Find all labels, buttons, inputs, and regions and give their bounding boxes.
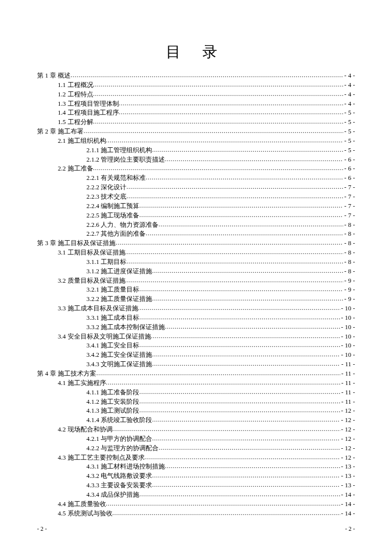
toc-entry-page: - 6 - xyxy=(343,155,355,165)
toc-entry-page: - 5 - xyxy=(343,146,355,155)
toc-leader-dots xyxy=(152,434,340,441)
toc-entry-label: 3.4 安全目标及文明施工保证措施 xyxy=(58,332,151,342)
toc-leader-dots xyxy=(119,108,344,115)
toc-leader-dots xyxy=(139,388,340,394)
toc-entry-label: 1.2 工程特点 xyxy=(58,90,93,99)
toc-entry-label: 4.2 现场配合和协调 xyxy=(58,425,113,434)
toc-leader-dots xyxy=(113,509,340,515)
toc-entry: 3.4.1 施工安全目标- 10 - xyxy=(37,341,355,350)
toc-entry-page: - 6 - xyxy=(343,173,355,183)
toc-entry-label: 4.3.1 施工材料进场控制措施 xyxy=(86,462,165,471)
toc-entry-label: 4.2.2 与监理方的协调配合 xyxy=(86,444,158,453)
toc-leader-dots xyxy=(126,257,343,264)
toc-entry-page: - 10 - xyxy=(340,323,355,332)
toc-entry-page: - 5 - xyxy=(343,108,355,118)
toc-leader-dots xyxy=(152,267,343,273)
toc-entry-page: - 9 - xyxy=(343,276,355,286)
toc-leader-dots xyxy=(146,229,343,236)
toc-entry-page: - 7 - xyxy=(343,183,355,192)
toc-entry: 2.2.4 编制施工预算- 7 - xyxy=(37,202,355,211)
toc-entry-page: - 7 - xyxy=(343,211,355,220)
toc-entry-label: 3.3 施工成本目标及保证措施 xyxy=(58,304,138,313)
toc-entry-page: - 11 - xyxy=(340,388,355,397)
toc-entry-label: 4.1.3 施工测试阶段 xyxy=(86,406,139,416)
toc-leader-dots xyxy=(158,220,343,227)
toc-leader-dots xyxy=(145,453,340,460)
toc-entry-label: 4.1.4 系统竣工验收阶段 xyxy=(86,416,152,425)
toc-entry-label: 2.2.7 其他方面的准备 xyxy=(86,229,146,239)
toc-leader-dots xyxy=(152,295,343,301)
toc-entry-page: - 14 - xyxy=(340,490,355,500)
toc-entry-page: - 4 - xyxy=(343,71,355,81)
toc-leader-dots xyxy=(93,118,344,124)
toc-entry-page: - 4 - xyxy=(343,99,355,109)
toc-entry-label: 4.1 施工实施程序 xyxy=(58,379,106,388)
toc-entry-page: - 14 - xyxy=(340,500,355,509)
toc-entry: 4.1.3 施工测试阶段- 12 - xyxy=(37,406,355,416)
toc-entry-label: 第 2 章 施工布署 xyxy=(37,127,83,136)
toc-entry: 3.1.1 工期目标- 8 - xyxy=(37,257,355,267)
toc-leader-dots xyxy=(152,481,340,487)
toc-entry-label: 4.1.2 施工安装阶段 xyxy=(86,397,139,407)
toc-entry-label: 4.4 施工质量验收 xyxy=(58,500,106,509)
toc-leader-dots xyxy=(138,304,340,310)
toc-entry-page: - 6 - xyxy=(343,164,355,173)
toc-entry-page: - 4 - xyxy=(343,90,355,99)
toc-leader-dots xyxy=(139,406,340,413)
toc-entry-page: - 5 - xyxy=(343,136,355,146)
toc-entry-page: - 9 - xyxy=(343,285,355,295)
toc-leader-dots xyxy=(93,90,344,96)
toc-entry-label: 2.2.5 施工现场准备 xyxy=(86,211,139,220)
toc-entry: 1.3 工程项目管理体制- 4 - xyxy=(37,99,355,109)
toc-entry-page: - 13 - xyxy=(340,462,355,471)
toc-entry: 4.3.2 电气线路敷设要求- 13 - xyxy=(37,471,355,481)
toc-entry: 1.4 工程项目施工程序- 5 - xyxy=(37,108,355,118)
toc-entry-page: - 5 - xyxy=(343,118,355,127)
toc-leader-dots xyxy=(152,360,340,366)
toc-leader-dots xyxy=(119,99,344,106)
toc-entry-label: 4.5 系统测试与验收 xyxy=(58,509,113,518)
toc-entry-label: 4.3 施工工艺主要控制点及要求 xyxy=(58,453,145,463)
toc-leader-dots xyxy=(139,490,340,497)
toc-entry-page: - 7 - xyxy=(343,192,355,202)
toc-entry-page: - 11 - xyxy=(340,379,355,388)
toc-leader-dots xyxy=(151,332,340,339)
toc-entry-page: - 8 - xyxy=(343,257,355,267)
toc-entry-page: - 12 - xyxy=(340,425,355,434)
toc-leader-dots xyxy=(125,248,344,255)
toc-entry: 4.5 系统测试与验收- 14 - xyxy=(37,509,355,518)
toc-entry-label: 2.2 施工准备 xyxy=(58,164,93,173)
toc-entry-label: 4.1.1 施工准备阶段 xyxy=(86,388,139,397)
toc-entry: 2.1.1 施工管理组织机构- 5 - xyxy=(37,146,355,155)
toc-entry-page: - 13 - xyxy=(340,481,355,490)
toc-entry-label: 1.1 工程概况 xyxy=(58,81,93,90)
toc-entry: 2.1 施工组织机构- 5 - xyxy=(37,136,355,146)
toc-leader-dots xyxy=(146,173,343,180)
page-title: 目 录 xyxy=(37,42,355,62)
toc-entry-label: 4.3.3 主要设备安装要求 xyxy=(86,481,152,490)
toc-leader-dots xyxy=(139,397,340,404)
toc-entry: 2.2.2 深化设计- 7 - xyxy=(37,183,355,192)
toc-entry-label: 2.1 施工组织机构 xyxy=(58,136,106,146)
toc-entry-label: 3.1 工期目标及保证措施 xyxy=(58,248,125,257)
toc-entry-label: 第 4 章 施工技术方案 xyxy=(37,369,96,379)
toc-entry-page: - 11 - xyxy=(340,360,355,369)
toc-entry-label: 2.2.2 深化设计 xyxy=(86,183,126,192)
toc-entry: 3.3 施工成本目标及保证措施- 10 - xyxy=(37,304,355,313)
toc-leader-dots xyxy=(93,164,344,171)
toc-leader-dots xyxy=(152,350,340,357)
toc-entry: 3.2.1 施工质量目标- 9 - xyxy=(37,285,355,295)
toc-leader-dots xyxy=(139,313,340,320)
toc-entry: 第 1 章 概述- 4 - xyxy=(37,71,355,81)
toc-entry-page: - 12 - xyxy=(340,416,355,425)
toc-leader-dots xyxy=(139,211,343,217)
toc-entry: 第 2 章 施工布署- 5 - xyxy=(37,127,355,136)
toc-entry: 1.2 工程特点- 4 - xyxy=(37,90,355,99)
toc-entry-label: 3.3.1 施工成本目标 xyxy=(86,313,139,323)
toc-entry-page: - 8 - xyxy=(343,220,355,230)
toc-entry-label: 3.2.2 施工质量保证措施 xyxy=(86,295,152,304)
toc-entry: 3.4.2 施工安全保证措施- 10 - xyxy=(37,350,355,360)
toc-entry-label: 4.3.2 电气线路敷设要求 xyxy=(86,471,152,481)
toc-entry-label: 1.4 工程项目施工程序 xyxy=(58,108,119,118)
toc-entry: 1.5 工程分解- 5 - xyxy=(37,118,355,127)
